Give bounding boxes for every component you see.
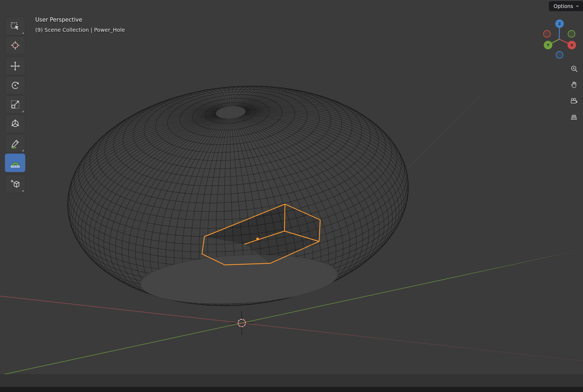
scale-icon (10, 99, 21, 110)
options-button[interactable]: Options (549, 1, 583, 11)
tool-measure-button[interactable] (5, 153, 25, 172)
tool-cursor-button[interactable] (5, 36, 25, 55)
select-box-icon (10, 21, 21, 31)
toggle-perspective-button[interactable] (568, 111, 580, 123)
view-perspective-label: User Perspective (35, 17, 82, 23)
magnifier-plus-icon (570, 65, 578, 73)
perspective-grid-icon (570, 113, 578, 121)
active-element-dot (256, 238, 259, 240)
viewport-footer-band (0, 374, 583, 387)
axis-neg-x-ball[interactable] (544, 30, 550, 37)
camera-view-button[interactable] (568, 95, 580, 107)
rotate-icon (10, 80, 21, 91)
tool-annotate-button[interactable] (5, 134, 25, 153)
transform-icon (10, 118, 21, 129)
tool-rotate-button[interactable] (5, 76, 25, 95)
axis-neg-y-ball[interactable] (568, 30, 575, 37)
toolbar-group-add (5, 175, 25, 193)
measure-protractor-icon (10, 157, 21, 168)
tool-add-cube-button[interactable] (5, 175, 25, 193)
tool-move-button[interactable] (5, 57, 25, 75)
options-button-label: Options (554, 3, 573, 9)
viewport-canvas[interactable]: ZYX (0, 0, 583, 392)
status-bar-strip (0, 387, 583, 392)
navigation-gizmo[interactable]: ZYX (544, 19, 576, 58)
axis-y-ball-label: Y (546, 43, 550, 47)
pan-view-button[interactable] (568, 79, 580, 91)
axis-x-ball-label: X (570, 43, 573, 47)
toolbar-group-transform (5, 57, 25, 133)
toolbar-group-select (5, 17, 25, 55)
tool-scale-button[interactable] (5, 95, 25, 114)
add-cube-icon (10, 179, 21, 189)
breadcrumb: (9) Scene Collection | Power_Hole (35, 27, 125, 33)
tool-select-box-button[interactable] (5, 17, 25, 35)
cursor-3d-icon (10, 40, 21, 51)
hand-icon (570, 81, 578, 89)
axis-neg-z-ball[interactable] (556, 51, 563, 58)
tool-transform-button[interactable] (5, 114, 25, 133)
zoom-view-button[interactable] (568, 63, 580, 75)
blender-3d-viewport: ZYX User Perspective (9) Scene Collectio… (0, 0, 583, 392)
move-icon (10, 61, 21, 71)
chevron-down-icon (575, 4, 580, 9)
annotate-pen-icon (10, 138, 21, 149)
toolbar-group-annotate-measure (5, 134, 25, 172)
axis-z-ball-label: Z (558, 22, 561, 26)
camera-icon (570, 97, 578, 105)
